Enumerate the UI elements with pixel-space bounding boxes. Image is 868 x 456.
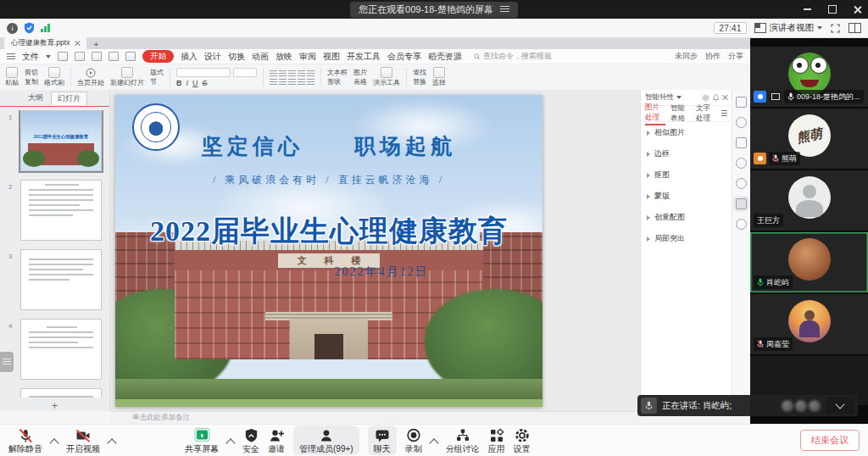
- cut-button[interactable]: 剪切: [25, 70, 38, 76]
- tab-smart-table[interactable]: 智能表格: [670, 103, 691, 124]
- record-options-chevron[interactable]: [429, 438, 438, 448]
- slide-thumbnail-4[interactable]: [20, 319, 102, 380]
- menu-home[interactable]: 开始: [142, 50, 174, 63]
- reaction-icons[interactable]: [782, 400, 821, 412]
- line-spacing-button[interactable]: [307, 79, 314, 85]
- participant-tile[interactable]: 009-18-楚艳鸽的...: [750, 47, 868, 107]
- start-video-button[interactable]: 开启视频: [66, 427, 100, 453]
- effects-tool-icon[interactable]: [736, 137, 747, 148]
- apps-button[interactable]: 应用: [488, 427, 505, 453]
- security-shield-icon[interactable]: [24, 22, 35, 34]
- menu-animation[interactable]: 动画: [252, 51, 269, 63]
- numbering-button[interactable]: [279, 79, 287, 85]
- font-family-combo[interactable]: [176, 68, 231, 77]
- current-slide[interactable]: 文 科 楼 坚定信心 职场起航: [115, 95, 542, 407]
- new-tab-button[interactable]: +: [93, 41, 98, 49]
- bell-icon[interactable]: [712, 94, 720, 102]
- slide-thumbnail-2[interactable]: [20, 180, 102, 241]
- mic-tool-icon[interactable]: [736, 219, 747, 230]
- font-size-combo[interactable]: [233, 68, 257, 77]
- align-center-button[interactable]: [279, 70, 287, 76]
- end-meeting-button[interactable]: 结束会议: [800, 430, 860, 451]
- video-options-chevron[interactable]: [107, 438, 116, 448]
- style-tool-icon[interactable]: [736, 97, 747, 108]
- close-button[interactable]: [854, 6, 861, 14]
- select-button[interactable]: 选择: [432, 67, 446, 86]
- unmute-button[interactable]: 解除静音: [8, 427, 42, 453]
- security-button[interactable]: 安全: [242, 427, 259, 453]
- paste-button[interactable]: 粘贴: [5, 67, 19, 86]
- present-tools-button[interactable]: 演示工具: [373, 67, 400, 86]
- new-slide-button[interactable]: 新建幻灯片: [110, 67, 144, 86]
- share-button[interactable]: 分享: [728, 51, 743, 62]
- minimize-button[interactable]: [804, 8, 811, 10]
- more-tabs-icon[interactable]: [721, 110, 727, 117]
- close-tab-icon[interactable]: [75, 41, 80, 46]
- notes-bar[interactable]: 单击此处添加备注: [110, 411, 640, 424]
- banner-menu-icon[interactable]: [500, 6, 509, 13]
- chat-button[interactable]: 聊天: [368, 425, 397, 455]
- align-left-button[interactable]: [270, 70, 277, 76]
- save-icon[interactable]: [58, 52, 68, 61]
- distribute-button[interactable]: [307, 70, 314, 76]
- view-mode-switcher[interactable]: 演讲者视图: [754, 22, 823, 34]
- menu-templates[interactable]: 稻壳资源: [428, 51, 462, 63]
- export-icon[interactable]: [92, 52, 102, 61]
- menu-slideshow[interactable]: 放映: [275, 51, 292, 63]
- menu-member[interactable]: 会员专享: [387, 51, 421, 63]
- invite-button[interactable]: 邀请: [268, 427, 285, 453]
- sort-tool-icon[interactable]: [736, 117, 747, 128]
- watching-pill[interactable]: 您正在观看009-18-楚艳鸽的屏幕: [350, 2, 518, 18]
- menu-design[interactable]: 设计: [204, 51, 221, 63]
- table-button[interactable]: 表格: [353, 79, 367, 86]
- slide-thumbnail-1[interactable]: 2022届毕业生心理健康教育: [20, 110, 102, 171]
- collaborate-button[interactable]: 协作: [705, 51, 721, 62]
- item-cutout[interactable]: 抠图: [641, 164, 732, 186]
- side-by-side-layout-icon[interactable]: [849, 23, 861, 33]
- restore-button[interactable]: [828, 5, 837, 14]
- align-right-button[interactable]: [288, 70, 296, 76]
- floating-widget[interactable]: [0, 352, 14, 372]
- participant-tile[interactable]: 熊萌 熊萌: [750, 108, 868, 169]
- file-menu[interactable]: 文件: [22, 51, 39, 63]
- command-search[interactable]: 查找命令，搜索模板: [474, 51, 552, 62]
- underline-button[interactable]: U: [192, 80, 198, 87]
- network-signal-icon[interactable]: [41, 24, 50, 32]
- close-panel-icon[interactable]: [722, 95, 727, 100]
- participant-tile-active-speaker[interactable]: 肖屹屿: [750, 232, 868, 292]
- fullscreen-icon[interactable]: [830, 23, 841, 34]
- tab-text-processing[interactable]: 文字处理: [696, 103, 716, 124]
- item-mask[interactable]: 蒙版: [641, 186, 732, 207]
- meeting-info-icon[interactable]: i: [7, 23, 18, 34]
- hamburger-icon[interactable]: [7, 53, 15, 60]
- record-button[interactable]: 录制: [405, 427, 422, 453]
- undo-icon[interactable]: [108, 52, 119, 61]
- menu-view[interactable]: 视图: [323, 51, 340, 63]
- tab-outline[interactable]: 大纲: [22, 92, 49, 104]
- slide-thumbnail-5[interactable]: [20, 388, 102, 398]
- settings-button[interactable]: 设置: [514, 427, 531, 453]
- copy-tool-icon[interactable]: [736, 158, 747, 169]
- sync-status[interactable]: 未同步: [675, 51, 698, 62]
- indent-increase-button[interactable]: [298, 79, 305, 85]
- participant-tile[interactable]: 王巨方: [750, 170, 868, 231]
- layout-button[interactable]: 版式: [150, 70, 164, 76]
- strikethrough-button[interactable]: S: [203, 80, 208, 87]
- panel-caret-icon[interactable]: [676, 96, 682, 99]
- picture-button[interactable]: 图片: [353, 70, 367, 76]
- share-options-chevron[interactable]: [225, 438, 235, 448]
- item-creative-art[interactable]: 创意配图: [641, 207, 732, 228]
- slide-thumbnail-3[interactable]: [20, 249, 102, 310]
- help-tool-icon[interactable]: [736, 178, 747, 189]
- copy-button[interactable]: 复制: [25, 79, 38, 86]
- redo-icon[interactable]: [125, 52, 136, 61]
- menu-insert[interactable]: 插入: [181, 51, 198, 63]
- bold-button[interactable]: B: [176, 80, 182, 87]
- play-from-page-button[interactable]: 当页开始: [77, 68, 104, 86]
- format-painter-button[interactable]: 格式刷: [44, 67, 64, 86]
- add-slide-button[interactable]: +: [0, 400, 109, 411]
- share-screen-button[interactable]: 共享屏幕: [185, 427, 219, 453]
- replace-button[interactable]: 替换: [413, 79, 426, 86]
- participant-tile[interactable]: 周嘉莹: [750, 294, 868, 354]
- slide-editor-area[interactable]: 文 科 楼 坚定信心 职场起航: [110, 90, 640, 411]
